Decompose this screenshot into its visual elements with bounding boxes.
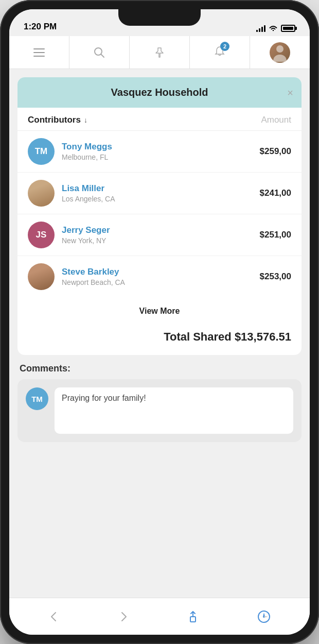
comment-input[interactable] — [55, 387, 293, 434]
comments-section: Comments: TM — [17, 363, 302, 442]
signal-icon — [256, 25, 265, 32]
pin-section[interactable] — [130, 36, 190, 69]
wifi-icon — [269, 25, 278, 32]
pin-icon[interactable] — [154, 47, 165, 58]
search-icon[interactable] — [94, 47, 105, 58]
comment-card: TM — [17, 379, 302, 442]
contributor-avatar: TM — [28, 138, 55, 165]
contributor-avatar — [28, 180, 55, 207]
notch — [118, 9, 201, 26]
phone-frame: 1:20 PM — [0, 0, 319, 644]
compass-button[interactable] — [253, 605, 275, 628]
notification-wrapper[interactable]: 2 — [214, 46, 225, 59]
svg-rect-2 — [190, 617, 196, 622]
contributor-location: Melbourne, FL — [62, 153, 260, 161]
notification-badge: 2 — [220, 42, 229, 51]
contributor-row[interactable]: JS Jerry Seger New York, NY $251,00 — [17, 214, 302, 256]
household-card: Vasquez Household × Contributors ↓ Amoun… — [17, 77, 302, 355]
contributor-info: Tony Meggs Melbourne, FL — [62, 142, 260, 161]
back-icon — [48, 611, 60, 623]
contributors-list: TM Tony Meggs Melbourne, FL $259,00 Lisa… — [17, 131, 302, 297]
status-time: 1:20 PM — [24, 22, 57, 32]
contributor-row[interactable]: TM Tony Meggs Melbourne, FL $259,00 — [17, 131, 302, 173]
contributor-info: Lisa Miller Los Angeles, CA — [62, 183, 260, 203]
view-more-button[interactable]: View More — [139, 307, 180, 316]
contributor-avatar — [28, 263, 55, 290]
avatar-section[interactable] — [250, 36, 310, 69]
share-icon — [186, 610, 200, 623]
share-button[interactable] — [182, 606, 204, 628]
contributor-amount: $241,00 — [260, 188, 291, 198]
card-header: Vasquez Household × — [17, 77, 302, 108]
contributor-avatar: JS — [28, 222, 55, 248]
user-avatar[interactable] — [270, 42, 290, 63]
contributor-name[interactable]: Steve Barkley — [62, 267, 260, 277]
compass-icon — [257, 609, 271, 624]
card-title: Vasquez Household — [111, 87, 208, 98]
status-icons — [256, 25, 295, 32]
contributor-location: Los Angeles, CA — [62, 195, 260, 203]
contributor-name[interactable]: Lisa Miller — [62, 183, 260, 194]
contributor-info: Jerry Seger New York, NY — [62, 225, 260, 245]
comments-label: Comments: — [17, 363, 302, 374]
menu-section[interactable] — [9, 36, 69, 69]
contributor-amount: $259,00 — [260, 146, 291, 157]
contributor-info: Steve Barkley Newport Beach, CA — [62, 267, 260, 286]
forward-icon — [117, 611, 130, 623]
forward-button[interactable] — [113, 606, 134, 627]
amount-column-header: Amount — [261, 115, 291, 125]
contributors-column-header[interactable]: Contributors ↓ — [28, 115, 87, 125]
search-section[interactable] — [69, 36, 130, 69]
phone-screen: 1:20 PM — [9, 9, 310, 635]
contributor-row[interactable]: Steve Barkley Newport Beach, CA $253,00 — [17, 256, 302, 297]
total-row: Total Shared $13,576.51 — [17, 325, 302, 355]
contributor-amount: $251,00 — [260, 230, 291, 240]
hamburger-icon[interactable] — [33, 48, 45, 57]
contributor-row[interactable]: Lisa Miller Los Angeles, CA $241,00 — [17, 173, 302, 214]
contributor-amount: $253,00 — [260, 272, 291, 282]
table-header: Contributors ↓ Amount — [17, 108, 302, 131]
contributor-name[interactable]: Jerry Seger — [62, 225, 260, 235]
contributor-location: New York, NY — [62, 236, 260, 245]
view-more-row: View More — [17, 297, 302, 325]
sort-arrow-icon[interactable]: ↓ — [84, 116, 87, 124]
commenter-avatar: TM — [26, 387, 48, 410]
contributor-name[interactable]: Tony Meggs — [62, 142, 260, 152]
main-content: Vasquez Household × Contributors ↓ Amoun… — [9, 69, 310, 598]
contributor-location: Newport Beach, CA — [62, 278, 260, 286]
total-amount: Total Shared $13,576.51 — [164, 330, 291, 343]
svg-line-1 — [101, 54, 104, 57]
battery-icon — [281, 25, 295, 32]
back-button[interactable] — [44, 606, 64, 627]
top-nav: 2 — [9, 36, 310, 69]
notification-section[interactable]: 2 — [190, 36, 250, 69]
close-button[interactable]: × — [287, 87, 293, 98]
